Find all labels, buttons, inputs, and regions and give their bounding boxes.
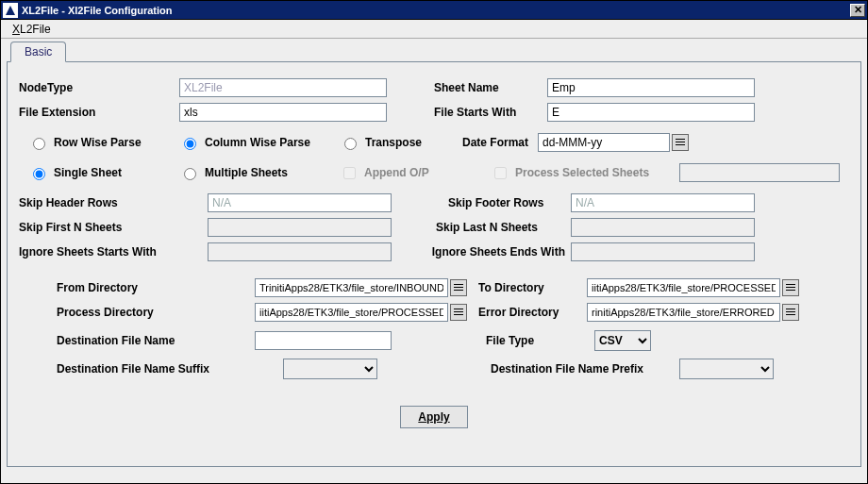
apply-button[interactable]: Apply	[400, 406, 467, 428]
filetype-select[interactable]: CSV	[594, 330, 651, 351]
errordir-browse-button[interactable]	[782, 304, 799, 321]
label-ignorestarts: Ignore Sheets Starts With	[19, 245, 208, 259]
skiplastn-input	[571, 218, 755, 237]
fileext-input[interactable]	[179, 103, 387, 122]
list-icon	[453, 307, 464, 318]
label-errordir: Error Directory	[478, 306, 587, 319]
filestartswith-input[interactable]	[547, 103, 755, 122]
svg-rect-2	[676, 142, 685, 142]
skipfirstn-input	[208, 218, 392, 237]
label-fileext: File Extension	[19, 106, 179, 119]
svg-rect-7	[786, 284, 795, 285]
label-todir: To Directory	[478, 281, 587, 294]
svg-rect-14	[786, 311, 795, 312]
basic-panel: NodeType Sheet Name File Extension File …	[7, 61, 861, 467]
list-icon	[675, 137, 686, 148]
list-icon	[453, 282, 464, 293]
fromdir-browse-button[interactable]	[450, 279, 467, 296]
checkbox-processselected: Process Selected Sheets	[491, 164, 679, 182]
svg-rect-6	[454, 290, 463, 291]
svg-rect-9	[786, 290, 795, 291]
destfilename-input[interactable]	[255, 331, 392, 350]
svg-rect-12	[454, 314, 463, 315]
label-dateformat: Date Format	[462, 136, 538, 149]
app-icon	[3, 3, 18, 18]
label-filestartswith: File Starts With	[434, 106, 547, 119]
radio-rowwise[interactable]: Row Wise Parse	[28, 135, 179, 150]
processdir-input[interactable]	[255, 303, 448, 322]
radio-transpose[interactable]: Transpose	[340, 135, 462, 150]
destsuffix-select[interactable]	[283, 359, 377, 379]
ignoreends-input	[571, 242, 755, 261]
label-destsuffix: Destination File Name Suffix	[19, 362, 236, 376]
svg-rect-4	[454, 284, 463, 285]
menubar: XL2File	[1, 20, 867, 39]
label-nodetype: NodeType	[19, 81, 179, 94]
radio-colwise[interactable]: Column Wise Parse	[179, 135, 340, 150]
fromdir-input[interactable]	[255, 278, 448, 297]
destprefix-select[interactable]	[679, 359, 774, 379]
label-processdir: Process Directory	[19, 306, 208, 319]
label-skipfooter: Skip Footer Rows	[448, 196, 571, 209]
close-icon: ✕	[854, 5, 862, 15]
svg-rect-11	[454, 311, 463, 312]
radio-multisheets[interactable]: Multiple Sheets	[179, 165, 340, 180]
processselected-input	[679, 163, 840, 182]
close-button[interactable]: ✕	[850, 4, 865, 17]
label-sheetname: Sheet Name	[434, 81, 547, 94]
titlebar: XL2File - Xl2File Configuration ✕	[1, 1, 867, 20]
window-title: XL2File - Xl2File Configuration	[22, 5, 850, 16]
checkbox-appendop: Append O/P	[340, 164, 472, 182]
errordir-input[interactable]	[587, 303, 780, 322]
tab-strip: Basic	[10, 41, 861, 61]
skipfooter-input[interactable]	[571, 193, 755, 212]
svg-rect-15	[786, 314, 795, 315]
todir-input[interactable]	[587, 278, 780, 297]
svg-marker-0	[6, 6, 15, 15]
svg-rect-13	[786, 309, 795, 309]
label-fromdir: From Directory	[19, 281, 208, 294]
list-icon	[785, 307, 796, 318]
dateformat-picker-button[interactable]	[672, 134, 689, 151]
workarea: Basic NodeType Sheet Name File Extension…	[1, 39, 867, 483]
skipheader-input[interactable]	[208, 193, 392, 212]
dateformat-input[interactable]	[538, 133, 670, 152]
svg-rect-5	[454, 287, 463, 288]
app-window: XL2File - Xl2File Configuration ✕ XL2Fil…	[0, 0, 868, 484]
nodetype-input	[179, 78, 387, 97]
label-destprefix: Destination File Name Prefix	[491, 362, 679, 376]
list-icon	[785, 282, 796, 293]
processdir-browse-button[interactable]	[450, 304, 467, 321]
menu-xl2file[interactable]: XL2File	[7, 21, 57, 38]
label-skiplastn: Skip Last N Sheets	[436, 221, 571, 234]
svg-rect-10	[454, 309, 463, 309]
tab-basic[interactable]: Basic	[10, 42, 66, 62]
label-skipfirstn: Skip First N Sheets	[19, 221, 208, 234]
todir-browse-button[interactable]	[782, 279, 799, 296]
radio-singlesheet[interactable]: Single Sheet	[28, 165, 179, 180]
sheetname-input[interactable]	[547, 78, 755, 97]
label-filetype: File Type	[486, 334, 594, 347]
label-skipheader: Skip Header Rows	[19, 196, 208, 209]
svg-rect-3	[676, 144, 685, 145]
label-ignoreends: Ignore Sheets Ends With	[401, 245, 571, 259]
svg-rect-1	[676, 139, 685, 140]
label-destfilename: Destination File Name	[19, 334, 208, 347]
svg-rect-8	[786, 287, 795, 288]
ignorestarts-input	[208, 242, 392, 261]
